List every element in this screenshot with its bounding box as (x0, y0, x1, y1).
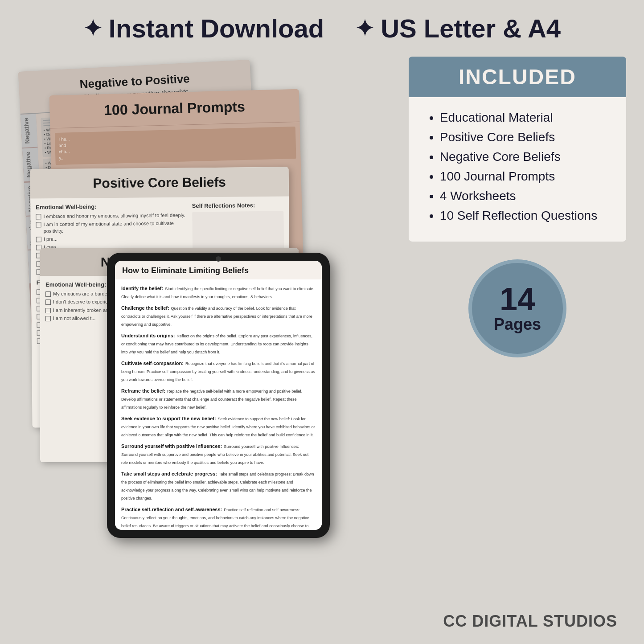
footer: CC DIGITAL STUDIOS (443, 612, 617, 631)
tablet-section-seek: Seek evidence to support the new belief:… (121, 414, 316, 438)
content-area: Negative to Positive Challenge your nega… (18, 57, 626, 631)
tablet-section-steps: Take small steps and celebrate progress:… (121, 469, 316, 501)
checkbox-item-3: I pra... (36, 234, 189, 242)
tablet-title: How to Eliminate Limiting Beliefs (122, 266, 315, 276)
included-item-2: Positive Core Beliefs (440, 130, 608, 144)
journal-title: 100 Journal Prompts (58, 97, 291, 120)
included-container: INCLUDED Educational Material Positive C… (409, 57, 626, 242)
header-title: ✦ Instant Download ✦ US Letter & A4 (83, 13, 561, 43)
included-list-box: Educational Material Positive Core Belie… (409, 97, 626, 242)
main-container: ✦ Instant Download ✦ US Letter & A4 Nega… (0, 0, 644, 644)
doc-stack: Negative to Positive Challenge your nega… (18, 57, 391, 547)
included-item-5: 4 Worksheets (440, 189, 608, 203)
pages-label: Pages (494, 315, 541, 334)
pages-number: 14 (500, 283, 535, 315)
included-heading: INCLUDED (422, 65, 613, 89)
included-item-6-text: 10 Self Reflection Questions (440, 209, 597, 222)
checkbox-text-3: I pra... (44, 236, 57, 242)
included-item-4: 100 Journal Prompts (440, 169, 608, 184)
notes-label: Self Reflections Notes: (192, 202, 284, 209)
included-panel: INCLUDED Educational Material Positive C… (409, 57, 626, 631)
tablet-device: How to Eliminate Limiting Beliefs Identi… (107, 253, 330, 538)
tablet-header: How to Eliminate Limiting Beliefs (115, 261, 322, 279)
included-item-1: Educational Material (440, 111, 608, 125)
neg-box-1 (45, 291, 51, 297)
included-item-3: Negative Core Beliefs (440, 150, 608, 164)
section-title-3: Understand its origins: (121, 333, 175, 338)
practice-title: Practice self-reflection and self-awaren… (121, 507, 222, 512)
section-title-5: Reframe the belief: (121, 388, 165, 394)
journal-text-block: The... and cho... y... (55, 127, 296, 165)
tablet-section-surround: Surround yourself with positive Influenc… (121, 442, 316, 466)
tablet-section-5: Reframe the belief: Replace the negative… (121, 386, 316, 410)
tablet-section-2: Challenge the belief: Question the valid… (121, 304, 316, 328)
positive-title: Positive Core Beliefs (39, 174, 280, 192)
section-title-1: Identify the belief: (121, 286, 163, 291)
tablet-camera (216, 256, 221, 262)
steps-title: Take small steps and celebrate progress: (121, 471, 217, 476)
tablet-section-3: Understand its origins: Reflect on the o… (121, 331, 316, 355)
neg-text-4: I am not allowed t... (53, 315, 95, 321)
positive-header: Positive Core Beliefs (30, 167, 289, 198)
included-box: INCLUDED (409, 57, 626, 97)
checkbox-item-2: I am in control of my emotional state an… (36, 220, 189, 234)
header: ✦ Instant Download ✦ US Letter & A4 (83, 13, 561, 43)
tablet-section-1: Identify the belief: Start identifying t… (121, 284, 316, 300)
checkbox-box-3 (36, 237, 41, 242)
tablet-content: Identify the belief: Start identifying t… (115, 279, 322, 530)
instant-download-label: Instant Download (109, 13, 324, 43)
neg-box-2 (45, 299, 51, 305)
checkbox-item-1: I embrace and honor my emotions, allowin… (36, 212, 189, 219)
surround-title: Surround yourself with positive Influenc… (121, 443, 222, 449)
diamond-icon-1: ✦ (83, 16, 102, 41)
tablet-section-practice: Practice self-reflection and self-awaren… (121, 505, 316, 530)
tablet-screen: How to Eliminate Limiting Beliefs Identi… (115, 261, 322, 530)
pages-badge: 14 Pages (468, 259, 566, 357)
neg-box-3 (45, 308, 51, 313)
checkbox-text-1: I embrace and honor my emotions, allowin… (43, 212, 185, 220)
checkbox-box-2 (36, 222, 41, 228)
included-item-6: 10 Self Reflection Questions (440, 209, 608, 223)
seek-title: Seek evidence to support the new belief: (121, 416, 216, 421)
diamond-icon-2: ✦ (355, 16, 374, 41)
checkbox-text-2: I am in control of my emotional state an… (44, 220, 189, 234)
neg-box-4 (45, 316, 51, 321)
format-label: US Letter & A4 (381, 13, 561, 43)
included-list: Educational Material Positive Core Belie… (427, 111, 608, 223)
section-title-2: Challenge the belief: (121, 305, 169, 311)
side-label-1: Negative (21, 114, 38, 148)
tablet-section-4: Cultivate self-compassion: Recognize tha… (121, 359, 316, 383)
section-title-4: Cultivate self-compassion: (121, 361, 184, 366)
checkbox-box-1 (36, 214, 41, 219)
wellbeing-label: Emotional Well-being: (36, 202, 189, 210)
